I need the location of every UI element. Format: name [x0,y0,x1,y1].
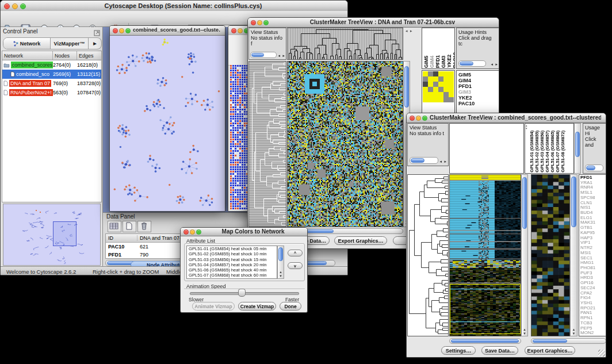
export-graphics-button[interactable]: Export Graphics… [525,346,575,355]
create-vizmap-button[interactable]: Create Vizmap [238,302,276,311]
scroll-right-icon[interactable]: ▸ [410,28,412,34]
col-network[interactable]: Network [2,51,53,60]
minimize-button[interactable] [190,229,195,235]
scroll-down-icon[interactable]: ▼ [279,274,282,278]
row-label[interactable]: GIM4 [458,78,497,83]
zoom-window-button[interactable] [196,229,201,235]
column-label[interactable]: GPL51-02 (GSM855) [534,131,540,173]
scrollbar-thumb[interactable] [251,53,264,57]
column-label[interactable]: GPL51-07 (GSM868) [555,131,560,173]
heatmap-vscrollbar[interactable]: ▲▼ [521,174,528,336]
done-button[interactable]: Done [280,302,301,311]
column-label[interactable]: GPL51-03 (GSM856) [540,131,545,173]
close-button[interactable] [251,20,256,25]
attribute-item[interactable]: GPL51-06 (GSM865) heat shock 40 min [187,267,277,273]
table-row[interactable]: combined_scores 2764(0) 16218(0) [2,60,101,70]
tab-network[interactable]: Network [3,38,51,49]
column-label[interactable]: GIM4 [429,56,435,68]
scroll-right-icon[interactable]: ▸ [282,53,285,59]
zoom-window-button[interactable] [263,20,269,25]
scrollbar-thumb[interactable] [575,132,580,157]
move-up-button[interactable]: ^ [288,250,303,256]
row-label[interactable]: GIM5 [458,72,497,78]
id-header[interactable]: ID [106,235,137,241]
column-label[interactable]: PFD1 [435,55,441,68]
zoom-window-button[interactable] [422,116,427,121]
usage-hints-hscrollbar[interactable] [458,60,486,67]
zoom-heatmap-canvas[interactable] [531,175,569,336]
tab-overflow-arrow[interactable]: ▶ [89,38,101,49]
col-edges[interactable]: Edges [77,51,101,60]
treeview1-titlebar[interactable]: ClusterMaker TreeView : DNA and Tran 07-… [248,18,499,28]
move-down-button[interactable]: v [288,262,303,269]
scroll-left-icon[interactable]: ◂ [439,159,442,164]
minimize-button[interactable] [12,3,18,9]
table-row[interactable]: DNA and Tran 07 769(0) 183728(0) [2,79,101,88]
scroll-right-icon[interactable]: ▸ [495,62,498,67]
column-label[interactable]: GPL51-01 (GSM854) [529,131,534,173]
minimize-button[interactable] [416,116,421,121]
close-button[interactable] [410,116,415,121]
table-row[interactable]: RNAPuberNov2+! 563(0) 107847(0) [2,88,101,97]
network-table-header[interactable]: Network Nodes Edges [2,51,101,60]
network-view-titlebar[interactable]: combined_scores_good.txt--cluste… [110,26,225,36]
scroll-down-icon[interactable]: ▼ [523,332,526,335]
treeview2-hscrollbar[interactable] [449,338,521,344]
attribute-item[interactable]: GPL51-03 (GSM856) heat shock 15 min [187,257,277,262]
scroll-left-icon[interactable]: ◂ [278,53,280,59]
network-canvas[interactable] [110,36,225,212]
column-label[interactable]: PAC10 [452,52,455,68]
settings-button[interactable]: Settings… [441,346,476,355]
column-label[interactable]: YKE2 [446,55,452,68]
treeview2-titlebar[interactable]: ClusterMaker TreeView : combined_scores_… [407,113,606,123]
gene-label[interactable]: MON2 [580,331,605,336]
row-dendrogram-canvas[interactable] [249,62,286,227]
scroll-right-icon[interactable]: ▸ [444,159,446,164]
network-overview-canvas[interactable] [3,204,99,264]
table-row-selected[interactable]: combined_sco 2569(6) 13112(15) [2,70,101,79]
gene-list-vscrollbar[interactable]: ▲▼ [570,174,577,336]
animate-vizmap-button[interactable]: Animate Vizmap [192,302,235,311]
scroll-left-icon[interactable]: ◂ [406,28,408,34]
column-dendrogram-canvas[interactable] [288,28,403,59]
close-button[interactable] [4,3,10,9]
similarity-matrix-canvas[interactable] [423,71,454,102]
close-button[interactable] [113,28,118,33]
column-labels-vscrollbar[interactable] [574,123,581,174]
scrollbar-thumb[interactable] [533,339,567,343]
close-button[interactable] [183,229,189,235]
row-dendrogram-canvas[interactable] [408,175,448,336]
scroll-down-icon[interactable]: ▼ [572,332,576,335]
attribute-select-icon[interactable] [108,221,121,232]
column-label[interactable]: GIM3 [441,56,446,68]
scrollbar-thumb[interactable] [571,177,576,227]
new-attribute-icon[interactable] [123,221,136,232]
scrollbar-thumb[interactable] [404,66,409,108]
attribute-item[interactable]: GPL51-04 (GSM857) heat shock 20 min [187,262,277,267]
scroll-left-icon[interactable]: ◂ [491,62,493,67]
scrollbar-thumb[interactable] [278,247,283,261]
attribute-item[interactable]: GPL51-07 (GSM868) heat shock 60 min [187,273,277,278]
scroll-up-icon[interactable]: ▲ [523,328,526,331]
tab-vizmapper[interactable]: VizMapper™ [51,38,89,49]
close-button[interactable] [231,28,236,33]
minimize-button[interactable] [257,20,262,25]
column-label[interactable]: GPL51-06 (GSM865) [550,131,555,173]
column-label[interactable]: GIM5 [423,56,429,68]
scrollbar-thumb[interactable] [460,62,473,66]
attribute-list-vscrollbar[interactable]: ▲▼ [277,246,284,279]
scroll-up-icon[interactable]: ▲ [279,270,282,274]
column-dendrogram-box[interactable] [449,123,524,174]
minimize-button[interactable] [238,28,243,33]
scroll-up-icon[interactable]: ▲ [572,328,576,331]
minimize-button[interactable] [119,28,124,33]
column-label[interactable]: GPL51-04 (GSM857) [545,131,550,173]
view-status-hscrollbar[interactable] [250,52,277,58]
row-label[interactable]: PFD1 [458,83,497,89]
zoom-window-button[interactable] [125,28,131,33]
scrollbar-thumb[interactable] [522,177,527,229]
usage-hints-hscrollbar[interactable] [585,164,603,171]
save-data-button[interactable]: Save Data… [481,346,518,355]
heatmap-canvas[interactable] [450,175,521,336]
animation-speed-slider-thumb[interactable] [238,289,246,297]
